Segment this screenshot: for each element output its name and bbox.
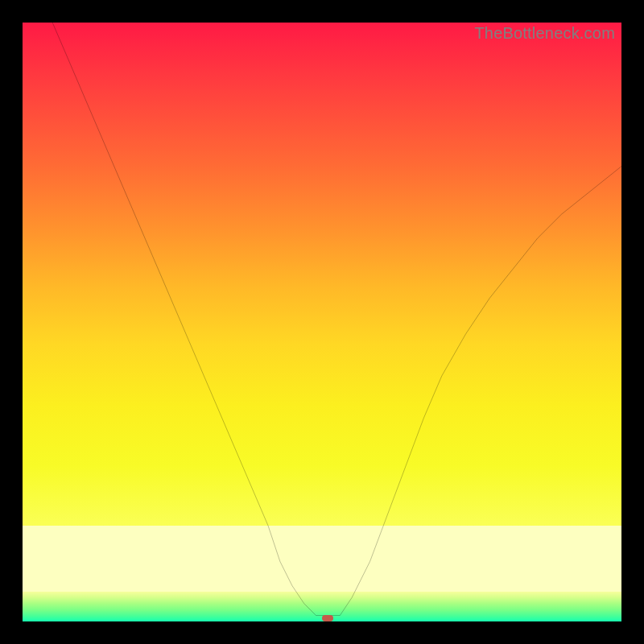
- optimal-marker: [322, 615, 333, 621]
- chart-frame: TheBottleneck.com: [0, 0, 644, 644]
- plot-area: [23, 23, 621, 621]
- watermark-text: TheBottleneck.com: [474, 24, 615, 43]
- bottleneck-curve: [23, 23, 621, 621]
